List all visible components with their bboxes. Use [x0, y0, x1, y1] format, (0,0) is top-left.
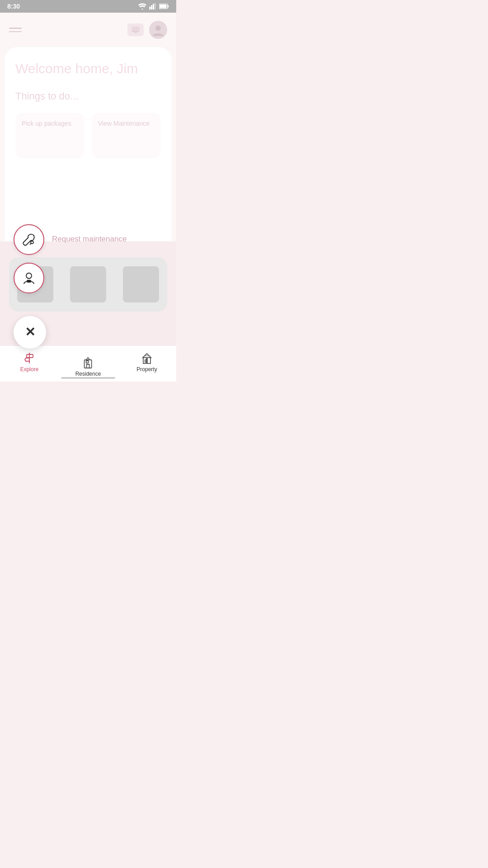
app-header — [0, 13, 176, 47]
signal-icon — [149, 3, 156, 9]
property-icon — [141, 352, 153, 364]
fab-close-button[interactable]: ✕ — [14, 316, 46, 349]
wrench-icon — [22, 232, 36, 247]
svg-rect-20 — [145, 360, 147, 362]
chat-button[interactable] — [127, 24, 144, 36]
svg-point-11 — [26, 273, 32, 278]
things-to-do: Things to do... — [15, 90, 161, 102]
battery-icon — [159, 3, 169, 9]
nav-residence-label: Residence — [75, 371, 101, 377]
explore-icon — [23, 352, 36, 364]
person-avatar-icon — [151, 23, 165, 37]
svg-rect-19 — [147, 358, 150, 363]
fab-profile-button[interactable] — [14, 263, 44, 293]
status-time: 8:30 — [7, 3, 20, 10]
residence-icon — [82, 356, 94, 369]
header-right — [127, 21, 167, 39]
hamburger-menu[interactable] — [9, 28, 22, 32]
svg-rect-0 — [149, 7, 150, 9]
svg-rect-14 — [27, 354, 33, 358]
task-packages-label: Pick up packages — [22, 120, 71, 127]
task-items: Pick up packages View Maintenance — [15, 113, 161, 158]
svg-line-10 — [30, 243, 31, 245]
close-icon: ✕ — [25, 326, 35, 339]
svg-rect-16 — [86, 361, 89, 363]
avatar[interactable] — [149, 21, 167, 39]
task-item-maintenance[interactable]: View Maintenance — [92, 113, 161, 158]
svg-rect-6 — [160, 5, 166, 8]
svg-rect-2 — [153, 4, 154, 9]
nav-property-label: Property — [136, 366, 157, 373]
svg-point-8 — [155, 25, 161, 31]
welcome-text: Welcome home, Jim — [15, 61, 161, 77]
home-indicator — [61, 377, 115, 379]
nav-explore-label: Explore — [20, 366, 39, 373]
task-item-packages[interactable]: Pick up packages — [15, 113, 84, 158]
svg-rect-7 — [131, 27, 140, 31]
nav-item-residence-real[interactable]: Residence — [75, 356, 101, 377]
svg-rect-3 — [155, 3, 156, 9]
task-maintenance-label: View Maintenance — [98, 120, 150, 127]
request-maintenance-label: Request maintenance — [52, 235, 127, 244]
status-icons — [138, 3, 169, 9]
svg-rect-5 — [168, 5, 169, 7]
wifi-icon — [138, 3, 146, 9]
person-icon — [22, 271, 36, 285]
fab-maintenance-button[interactable] — [14, 224, 44, 255]
nav-item-explore[interactable]: Explore — [0, 352, 59, 373]
nav-item-property[interactable]: Property — [117, 352, 176, 373]
bottom-nav: Explore Residence Property — [0, 345, 176, 382]
status-bar: 8:30 — [0, 0, 176, 13]
svg-rect-1 — [151, 5, 152, 9]
chat-icon — [131, 26, 140, 33]
